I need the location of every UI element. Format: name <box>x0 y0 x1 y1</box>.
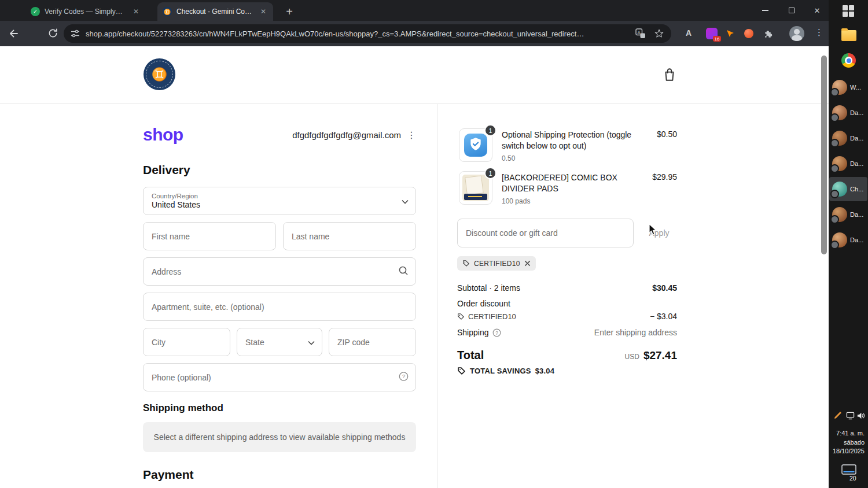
extension-red-icon[interactable] <box>744 29 753 38</box>
first-name-field[interactable] <box>143 222 276 250</box>
clock-time: 7:41 a. m. <box>830 429 865 438</box>
total-savings-row: TOTAL SAVINGS $3.04 <box>457 367 554 375</box>
new-tab-button[interactable]: + <box>281 3 297 20</box>
item-note: 100 pads <box>502 197 638 205</box>
item-image-shipping-protection: 1 <box>459 128 492 162</box>
extension-a-icon[interactable]: A <box>686 28 692 38</box>
shop-account-row: shop dfgdfgdfgdfgdfg@gmail.com ⋮ <box>143 124 416 146</box>
city-field[interactable] <box>143 328 230 356</box>
translate-icon[interactable]: A <box>635 28 646 39</box>
cart-item-shipping-protection: 1 Optional Shipping Protection (toggle s… <box>457 128 677 164</box>
browser-menu-icon[interactable]: ⋮ <box>815 27 823 38</box>
total-value: $27.41 <box>643 349 677 362</box>
quantity-badge: 1 <box>484 124 496 136</box>
remove-discount-icon[interactable] <box>524 260 531 267</box>
taskbar-window-1[interactable]: W... <box>829 75 867 99</box>
column-divider <box>437 104 437 488</box>
phone-field[interactable]: ? <box>143 363 416 391</box>
taskbar-window-3[interactable]: Da... <box>829 126 867 150</box>
taskbar-window-5-active[interactable]: Ch... <box>829 177 867 201</box>
shop-pay-logo[interactable]: shop <box>143 125 183 145</box>
system-clock[interactable]: 7:41 a. m. sábado 18/10/2025 <box>830 429 865 456</box>
side-taskbar: W... Da... Da... Da... Ch... Da... Da... <box>829 0 868 488</box>
bookmark-star-icon[interactable] <box>654 28 664 39</box>
back-icon[interactable] <box>8 28 20 42</box>
account-menu-icon[interactable]: ⋮ <box>407 130 416 141</box>
subtotal-row: Subtotal · 2 items $30.45 <box>457 283 677 293</box>
page-scrollbar[interactable] <box>821 56 827 254</box>
shipping-label: Shipping <box>457 328 489 337</box>
browser-toolbar: shop.app/checkout/52273283263/cn/hWN4FLk… <box>0 21 829 46</box>
state-select[interactable]: State <box>237 328 322 356</box>
refresh-icon[interactable] <box>47 28 58 41</box>
taskbar-window-7[interactable]: Da... <box>829 228 867 252</box>
window-label: Da... <box>850 160 863 167</box>
extension-purple-icon[interactable]: 16 <box>706 28 718 39</box>
store-header: ♊ <box>0 46 829 104</box>
window-avatar <box>832 80 847 95</box>
tab-checkout[interactable]: ♊ Checkout - Gemini Comic Supp ✕ <box>157 2 273 21</box>
savings-label: TOTAL SAVINGS <box>470 367 531 375</box>
cart-item-divider-pads: 1 [BACKORDERED] COMIC BOX DIVIDER PADS 1… <box>457 171 677 207</box>
chrome-icon[interactable] <box>841 53 856 68</box>
savings-value: $3.04 <box>535 367 555 375</box>
window-label: Ch... <box>850 186 863 193</box>
order-discount-code-row: CERTIFIED10 − $3.04 <box>457 312 677 321</box>
profile-avatar[interactable] <box>789 26 804 41</box>
notification-count: 20 <box>849 475 856 482</box>
browser-window: ✓ Verify Codes — SimplyCodes ✕ ♊ Checkou… <box>0 0 829 488</box>
window-close-button[interactable]: ✕ <box>806 0 829 21</box>
chevron-down-icon <box>402 196 409 206</box>
tab-title: Verify Codes — SimplyCodes <box>45 8 127 16</box>
shipping-method-notice: Select a different shipping address to v… <box>143 422 416 452</box>
pen-icon[interactable] <box>833 411 843 422</box>
total-label: Total <box>457 349 484 362</box>
simplycodes-favicon: ✓ <box>31 7 40 16</box>
shipping-row: Shipping ? Enter shipping address <box>457 328 677 337</box>
window-avatar <box>832 156 847 171</box>
total-row: Total USD $27.41 <box>457 349 677 362</box>
screen: ✓ Verify Codes — SimplyCodes ✕ ♊ Checkou… <box>0 0 868 488</box>
apartment-field[interactable] <box>143 293 416 321</box>
store-logo[interactable]: ♊ <box>144 58 175 90</box>
zip-field[interactable] <box>329 328 416 356</box>
url-text: shop.app/checkout/52273283263/cn/hWN4FLk… <box>86 29 589 38</box>
state-placeholder: State <box>245 338 314 347</box>
help-icon[interactable]: ? <box>492 328 501 337</box>
tab-simplycodes[interactable]: ✓ Verify Codes — SimplyCodes ✕ <box>25 2 146 21</box>
maximize-button[interactable] <box>779 0 804 21</box>
volume-icon[interactable] <box>856 412 865 422</box>
gemini-favicon: ♊ <box>163 7 172 16</box>
tag-icon <box>457 313 465 320</box>
extension-pointer-icon[interactable] <box>726 29 735 40</box>
applied-discount-chip: CERTIFIED10 <box>457 256 536 271</box>
app-grid-icon[interactable] <box>843 5 854 17</box>
taskbar-window-4[interactable]: Da... <box>829 151 867 176</box>
window-label: Da... <box>850 236 863 243</box>
display-icon[interactable] <box>846 412 855 422</box>
discount-code-field[interactable] <box>457 219 634 247</box>
taskbar-window-2[interactable]: Da... <box>829 101 867 125</box>
window-label: Da... <box>850 109 863 116</box>
extension-badge: 16 <box>713 36 721 42</box>
customer-email: dfgdfgdfgdfgdfg@gmail.com <box>292 130 401 140</box>
last-name-field[interactable] <box>283 222 416 250</box>
quantity-badge: 1 <box>484 167 496 179</box>
order-discount-value: − $3.04 <box>650 312 677 321</box>
window-label: Da... <box>850 211 863 218</box>
item-title: Optional Shipping Protection (toggle swi… <box>502 130 638 152</box>
site-settings-icon[interactable] <box>71 29 80 38</box>
shipping-value: Enter shipping address <box>594 328 677 337</box>
file-explorer-icon[interactable] <box>841 30 856 41</box>
tab-close-icon[interactable]: ✕ <box>259 7 268 16</box>
apply-discount-button[interactable]: Apply <box>641 219 677 247</box>
taskbar-window-6[interactable]: Da... <box>829 202 867 227</box>
minimize-button[interactable] <box>752 0 778 21</box>
item-price: $29.95 <box>652 172 677 182</box>
extensions-puzzle-icon[interactable] <box>763 28 774 42</box>
checkout-page: ♊ shop dfgdfgdfgdfgdfg@gmail.com ⋮ Deliv… <box>0 46 829 488</box>
country-select[interactable]: Country/Region United States <box>143 187 416 215</box>
address-field[interactable] <box>143 257 416 286</box>
tab-close-icon[interactable]: ✕ <box>131 7 141 16</box>
address-bar[interactable]: shop.app/checkout/52273283263/cn/hWN4FLk… <box>64 24 671 43</box>
